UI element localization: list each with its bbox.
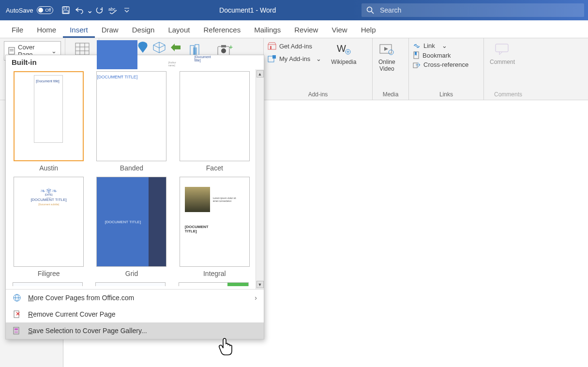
save-to-gallery-item[interactable]: Save Selection to Cover Page Gallery... bbox=[6, 322, 264, 339]
save-icon[interactable] bbox=[59, 3, 73, 17]
bookmark-button[interactable]: Bookmark bbox=[413, 51, 480, 59]
media-group: OnlineVideo Media bbox=[373, 38, 409, 100]
template-filigree[interactable]: ❧✾❧[DOCUMENT TITLE][Document subtitle][D… bbox=[13, 177, 85, 277]
svg-rect-10 bbox=[75, 43, 89, 55]
search-box[interactable] bbox=[362, 3, 584, 17]
wikipedia-button[interactable]: W Wikipedia bbox=[329, 40, 358, 66]
template-partial[interactable] bbox=[179, 282, 249, 286]
svg-text:W: W bbox=[337, 43, 346, 54]
svg-rect-29 bbox=[272, 55, 276, 59]
svg-rect-47 bbox=[15, 331, 18, 333]
qat-customize-icon[interactable] bbox=[120, 3, 134, 17]
document-title: Document1 - Word bbox=[134, 6, 362, 14]
tab-references[interactable]: References bbox=[196, 22, 247, 38]
svg-point-5 bbox=[367, 7, 372, 12]
cross-reference-button[interactable]: Cross-reference bbox=[413, 61, 480, 68]
wikipedia-icon: W bbox=[335, 41, 352, 58]
svg-point-35 bbox=[389, 50, 393, 55]
template-partial[interactable] bbox=[95, 282, 166, 286]
save-gallery-icon bbox=[13, 326, 21, 335]
svg-rect-2 bbox=[63, 11, 68, 13]
link-icon bbox=[413, 43, 421, 49]
search-input[interactable] bbox=[380, 6, 579, 14]
get-addins-button[interactable]: Get Add-ins bbox=[268, 42, 321, 50]
svg-rect-1 bbox=[64, 7, 67, 9]
my-addins-button[interactable]: My Add-ins ⌄ bbox=[268, 55, 321, 62]
chevron-down-icon: ⌄ bbox=[316, 55, 321, 62]
links-group-label: Links bbox=[409, 91, 483, 98]
links-group: Link ⌄ Bookmark Cross-reference Links bbox=[409, 38, 484, 100]
autosave-label: AutoSave bbox=[6, 7, 33, 14]
link-button[interactable]: Link ⌄ bbox=[413, 42, 480, 49]
media-group-label: Media bbox=[373, 91, 408, 98]
svg-rect-26 bbox=[268, 45, 276, 49]
cover-page-dropdown: Built-in [Document title] Austin [DOCUME… bbox=[5, 55, 264, 339]
title-bar: AutoSave Off ⌄ abc Document1 - Word bbox=[0, 0, 588, 20]
template-banded[interactable]: [DOCUMENT TITLE]———— Banded bbox=[95, 71, 167, 172]
tab-home[interactable]: Home bbox=[30, 22, 63, 38]
comment-icon bbox=[494, 41, 511, 58]
comment-button[interactable]: Comment bbox=[488, 40, 517, 66]
chevron-right-icon: › bbox=[255, 294, 257, 302]
gallery-scrollbar[interactable]: ▲ ▼ bbox=[256, 69, 264, 289]
svg-rect-27 bbox=[270, 46, 271, 49]
video-icon bbox=[378, 41, 395, 58]
undo-dropdown-icon[interactable]: ⌄ bbox=[86, 3, 93, 17]
tab-design[interactable]: Design bbox=[125, 22, 162, 38]
tab-draw[interactable]: Draw bbox=[95, 22, 125, 38]
tab-layout[interactable]: Layout bbox=[161, 22, 196, 38]
tab-mailings[interactable]: Mailings bbox=[247, 22, 287, 38]
ribbon-tabs: File Home Insert Draw Design Layout Refe… bbox=[0, 20, 588, 38]
tab-help[interactable]: Help bbox=[354, 22, 383, 38]
svg-text:abc: abc bbox=[108, 7, 116, 12]
template-integral[interactable]: Lorem ipsum dolor sit amet consectetur. … bbox=[179, 177, 251, 277]
undo-icon[interactable] bbox=[73, 3, 86, 17]
more-cover-pages-item[interactable]: More Cover Pages from Office.com › bbox=[6, 290, 264, 306]
template-austin[interactable]: [Document title] Austin bbox=[13, 71, 85, 172]
template-grid[interactable]: [DOCUMENT TITLE] Grid bbox=[95, 177, 167, 277]
svg-text:+: + bbox=[229, 45, 233, 51]
comments-group-label: Comments bbox=[484, 91, 532, 98]
bookmark-icon bbox=[413, 51, 420, 59]
smartart-icon[interactable] bbox=[169, 41, 182, 56]
addins-group: Get Add-ins My Add-ins ⌄ W Wikipedia Add… bbox=[264, 38, 373, 100]
search-icon bbox=[366, 6, 374, 14]
chevron-down-icon: ⌄ bbox=[51, 47, 57, 55]
chevron-down-icon: ⌄ bbox=[442, 42, 447, 49]
scroll-up-button[interactable]: ▲ bbox=[256, 70, 264, 77]
dropdown-menu: More Cover Pages from Office.com › Remov… bbox=[6, 289, 264, 339]
icons-icon[interactable] bbox=[136, 41, 150, 56]
online-video-button[interactable]: OnlineVideo bbox=[377, 40, 397, 73]
template-partial[interactable] bbox=[13, 282, 83, 286]
crossref-icon bbox=[413, 61, 421, 68]
remove-cover-page-item[interactable]: Remove Current Cover Page bbox=[6, 306, 264, 322]
tab-insert[interactable]: Insert bbox=[63, 22, 95, 38]
svg-rect-46 bbox=[15, 328, 18, 330]
scroll-down-button[interactable]: ▼ bbox=[256, 281, 264, 288]
svg-rect-38 bbox=[496, 44, 508, 52]
addins-group-label: Add-ins bbox=[264, 91, 372, 98]
toggle-off-icon: Off bbox=[37, 6, 53, 14]
comments-group: Comment Comments bbox=[484, 38, 532, 100]
remove-page-icon bbox=[13, 310, 21, 319]
svg-rect-37 bbox=[413, 63, 417, 68]
tab-file[interactable]: File bbox=[5, 22, 30, 38]
tab-review[interactable]: Review bbox=[287, 22, 325, 38]
redo-icon[interactable] bbox=[93, 3, 106, 17]
tab-view[interactable]: View bbox=[325, 22, 354, 38]
svg-line-6 bbox=[372, 12, 374, 14]
svg-rect-21 bbox=[193, 47, 197, 55]
store-icon bbox=[268, 42, 276, 50]
template-gallery: [Document title] Austin [DOCUMENT TITLE]… bbox=[6, 69, 256, 289]
svg-point-23 bbox=[221, 48, 226, 53]
models-icon[interactable] bbox=[152, 41, 166, 56]
page-icon bbox=[8, 47, 15, 55]
addins-icon bbox=[268, 55, 276, 62]
autosave-toggle[interactable]: AutoSave Off bbox=[0, 6, 59, 14]
svg-rect-24 bbox=[221, 45, 226, 47]
spellcheck-icon[interactable]: abc bbox=[106, 3, 120, 17]
globe-icon bbox=[13, 293, 21, 302]
template-facet[interactable]: [Document title][Author name] Facet bbox=[179, 71, 251, 172]
